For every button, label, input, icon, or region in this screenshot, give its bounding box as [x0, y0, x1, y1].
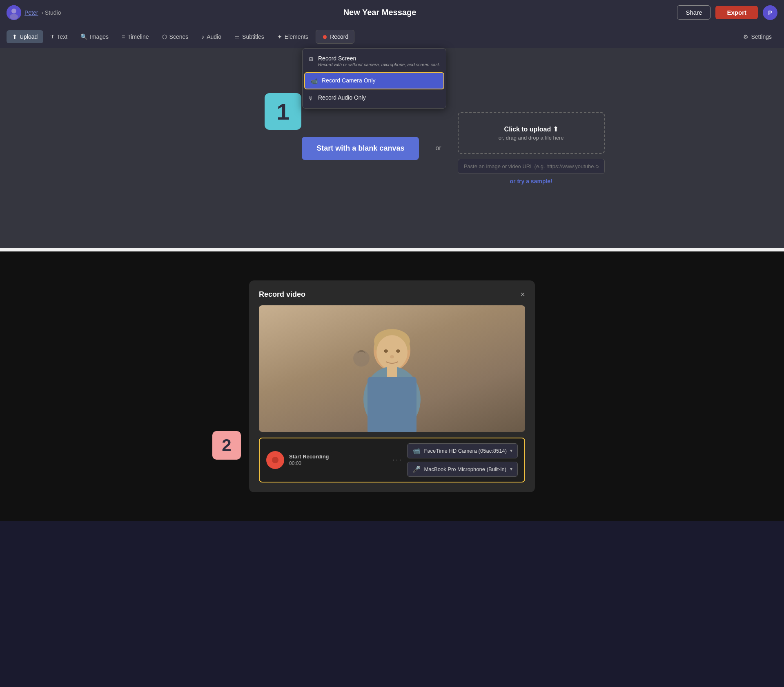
- close-panel-button[interactable]: ×: [520, 290, 525, 298]
- url-input-row: [458, 159, 605, 174]
- camera-chevron-icon: ▾: [510, 448, 512, 454]
- toolbar-label-record: Record: [330, 33, 348, 40]
- step1-badge: 1: [265, 93, 301, 130]
- record-info: Start Recording 00:00: [289, 454, 388, 466]
- svg-point-6: [376, 335, 408, 369]
- upload-area-subtitle: or, drag and drop a file here: [483, 135, 579, 141]
- svg-point-13: [353, 350, 370, 367]
- record-audio-label: Record Audio Only: [318, 94, 366, 101]
- svg-point-12: [390, 355, 394, 358]
- toolbar-label-audio: Audio: [207, 33, 221, 40]
- upload-arrow-icon: ⬆: [553, 126, 558, 133]
- toolbar-label-text: Text: [57, 33, 67, 40]
- svg-rect-9: [368, 377, 416, 432]
- bottom-section: 2 Record video ×: [0, 251, 784, 521]
- toolbar-item-elements[interactable]: ✦ Elements: [272, 30, 314, 43]
- try-sample-link[interactable]: or try a sample!: [458, 178, 605, 185]
- record-panel-header: Record video ×: [259, 290, 525, 299]
- elements-icon: ✦: [277, 33, 282, 40]
- toolbar-item-upload[interactable]: ⬆ Upload: [7, 30, 43, 43]
- text-icon: 𝐓: [51, 33, 54, 40]
- dropdown-record-screen[interactable]: 🖥 Record Screen Record with or without c…: [303, 51, 446, 71]
- toolbar-label-timeline: Timeline: [127, 33, 149, 40]
- record-panel-wrapper: 2 Record video ×: [249, 280, 535, 492]
- svg-point-1: [11, 9, 16, 13]
- toolbar-item-record[interactable]: ⏺ Record: [316, 30, 354, 44]
- record-inner-circle: [272, 457, 278, 463]
- mic-chevron-icon: ▾: [510, 466, 512, 472]
- toolbar-item-images[interactable]: 🔍 Images: [75, 30, 114, 43]
- url-input[interactable]: [458, 159, 605, 174]
- share-button[interactable]: Share: [677, 5, 710, 20]
- monitor-icon: 🖥: [308, 56, 314, 62]
- user-profile-badge[interactable]: P: [763, 5, 777, 20]
- blank-canvas-button[interactable]: Start with a blank canvas: [302, 137, 419, 160]
- dropdown-record-audio[interactable]: 🎙 Record Audio Only: [303, 90, 446, 106]
- upload-drop-area[interactable]: Click to upload ⬆ or, drag and drop a fi…: [458, 112, 605, 154]
- camera-device-icon: 📹: [412, 447, 421, 455]
- record-dots: ···: [392, 456, 402, 464]
- camera-device-label: FaceTime HD Camera (05ac:8514): [424, 448, 507, 454]
- svg-rect-8: [387, 366, 397, 378]
- toolbar-label-subtitles: Subtitles: [242, 33, 264, 40]
- toolbar-settings[interactable]: ⚙ Settings: [737, 30, 777, 43]
- record-panel-title: Record video: [259, 290, 305, 299]
- toolbar-label-elements: Elements: [285, 33, 308, 40]
- document-title: New Year Message: [88, 8, 671, 17]
- upload-area-title: Click to upload ⬆: [483, 125, 579, 133]
- device-selects: 📹 FaceTime HD Camera (05ac:8514) ▾ 🎤 Mac…: [407, 443, 518, 477]
- mic-device-label: MacBook Pro Microphone (Built-in): [424, 466, 507, 472]
- breadcrumb-location: Studio: [45, 9, 61, 16]
- toolbar-item-audio[interactable]: ♪ Audio: [196, 30, 227, 43]
- audio-icon: ♪: [201, 33, 204, 40]
- toolbar-label-images: Images: [90, 33, 109, 40]
- camera-icon: 📹: [311, 78, 318, 84]
- record-dropdown-menu: 🖥 Record Screen Record with or without c…: [302, 48, 446, 109]
- step2-badge: 2: [212, 431, 241, 460]
- mic-device-select[interactable]: 🎤 MacBook Pro Microphone (Built-in) ▾: [407, 462, 518, 477]
- record-icon: ⏺: [322, 33, 327, 40]
- main-canvas-area: 1 🖥 Record Screen Record with or without…: [0, 48, 784, 248]
- scenes-icon: ⬡: [162, 33, 167, 40]
- svg-point-10: [384, 349, 388, 353]
- top-bar-actions: Share Export P: [671, 5, 777, 20]
- subtitles-icon: ▭: [234, 33, 240, 40]
- camera-device-select[interactable]: 📹 FaceTime HD Camera (05ac:8514) ▾: [407, 443, 518, 458]
- breadcrumb: Peter › Studio: [7, 5, 88, 20]
- section-divider: [0, 248, 784, 251]
- toolbar-label-scenes: Scenes: [169, 33, 189, 40]
- record-time: 00:00: [289, 460, 388, 466]
- svg-point-11: [396, 349, 400, 353]
- record-video-panel: Record video ×: [249, 280, 535, 492]
- mic-device-icon: 🎤: [412, 465, 421, 473]
- upload-icon: ⬆: [12, 33, 17, 40]
- toolbar: ⬆ Upload 𝐓 Text 🔍 Images ≡ Timeline ⬡ Sc…: [0, 25, 784, 48]
- toolbar-item-timeline[interactable]: ≡ Timeline: [116, 30, 155, 43]
- timeline-icon: ≡: [122, 33, 125, 40]
- dropdown-record-camera[interactable]: 📹 Record Camera Only: [304, 72, 444, 89]
- or-divider-text: or: [435, 145, 441, 152]
- user-avatar: [7, 5, 21, 20]
- record-camera-label: Record Camera Only: [322, 77, 376, 84]
- toolbar-item-scenes[interactable]: ⬡ Scenes: [156, 30, 194, 43]
- camera-preview: [259, 305, 525, 432]
- person-silhouette: [351, 318, 433, 432]
- toolbar-item-text[interactable]: 𝐓 Text: [45, 30, 73, 43]
- toolbar-item-subtitles[interactable]: ▭ Subtitles: [229, 30, 270, 43]
- toolbar-label-upload: Upload: [20, 33, 38, 40]
- breadcrumb-user-link[interactable]: Peter: [24, 9, 38, 16]
- record-start-button[interactable]: [266, 451, 284, 469]
- mic-icon: 🎙: [308, 95, 314, 102]
- svg-point-2: [10, 14, 18, 20]
- recording-controls: Start Recording 00:00 ··· 📹 FaceTime HD …: [259, 438, 525, 482]
- export-button[interactable]: Export: [715, 6, 758, 19]
- toolbar-settings-label: Settings: [751, 33, 772, 40]
- record-label: Start Recording: [289, 454, 388, 460]
- settings-icon: ⚙: [743, 33, 748, 40]
- top-bar: Peter › Studio New Year Message Share Ex…: [0, 0, 784, 25]
- images-icon: 🔍: [80, 33, 87, 40]
